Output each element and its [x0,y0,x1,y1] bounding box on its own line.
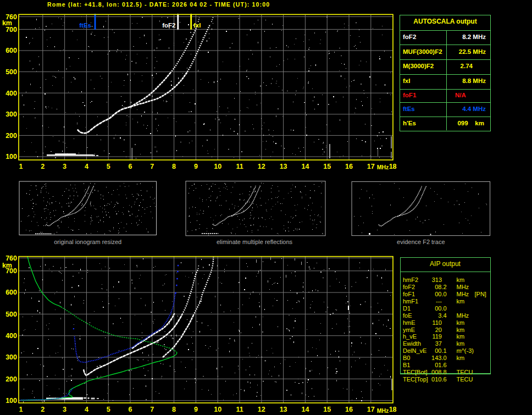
svg-text:600: 600 [5,47,17,54]
svg-text:10: 10 [214,163,221,170]
svg-text:100: 100 [5,397,17,405]
svg-text:17: 17 [367,406,375,413]
svg-text:14: 14 [301,406,309,413]
svg-text:500: 500 [5,311,17,318]
svg-text:15: 15 [323,163,331,170]
svg-text:8: 8 [172,163,176,170]
svg-text:13: 13 [280,163,287,170]
svg-text:11: 11 [236,406,243,413]
svg-text:1: 1 [19,406,23,413]
svg-text:5: 5 [107,406,110,413]
svg-text:760: 760 [5,254,17,262]
svg-text:fxI: fxI [193,22,201,29]
svg-text:4: 4 [85,406,88,413]
svg-text:10: 10 [214,406,221,413]
svg-text:17: 17 [367,163,375,170]
svg-text:18: 18 [389,163,397,170]
svg-text:600: 600 [5,289,17,296]
svg-text:1: 1 [19,163,23,170]
svg-text:2: 2 [41,406,45,413]
svg-text:3: 3 [63,163,66,170]
svg-text:6: 6 [129,406,132,413]
svg-text:9: 9 [194,406,198,413]
svg-text:km: km [2,19,12,27]
svg-text:300: 300 [5,110,17,118]
svg-text:8: 8 [172,406,176,413]
svg-text:13: 13 [280,406,287,413]
svg-text:400: 400 [5,90,17,97]
svg-text:km: km [2,262,12,269]
svg-text:6: 6 [129,163,132,170]
svg-text:16: 16 [345,406,353,413]
svg-text:300: 300 [5,353,17,361]
svg-text:9: 9 [194,163,198,170]
svg-text:ftEs: ftEs [79,22,91,29]
svg-text:18: 18 [389,406,397,413]
svg-text:200: 200 [5,132,17,140]
svg-text:200: 200 [5,375,17,383]
svg-text:16: 16 [345,163,353,170]
svg-text:7: 7 [150,163,154,170]
svg-text:MHz: MHz [377,407,389,414]
svg-text:400: 400 [5,332,17,340]
svg-text:100: 100 [5,153,17,161]
svg-text:MHz: MHz [377,164,389,170]
svg-text:2: 2 [41,163,45,170]
svg-text:12: 12 [258,163,265,170]
svg-text:14: 14 [301,163,309,170]
svg-text:500: 500 [5,68,17,76]
svg-text:4: 4 [85,163,88,170]
svg-text:7: 7 [150,406,154,413]
svg-text:foF2: foF2 [162,22,175,29]
svg-text:11: 11 [236,163,243,170]
svg-text:3: 3 [63,406,66,413]
svg-text:12: 12 [258,406,265,413]
svg-text:15: 15 [323,406,331,413]
svg-text:5: 5 [107,163,110,170]
